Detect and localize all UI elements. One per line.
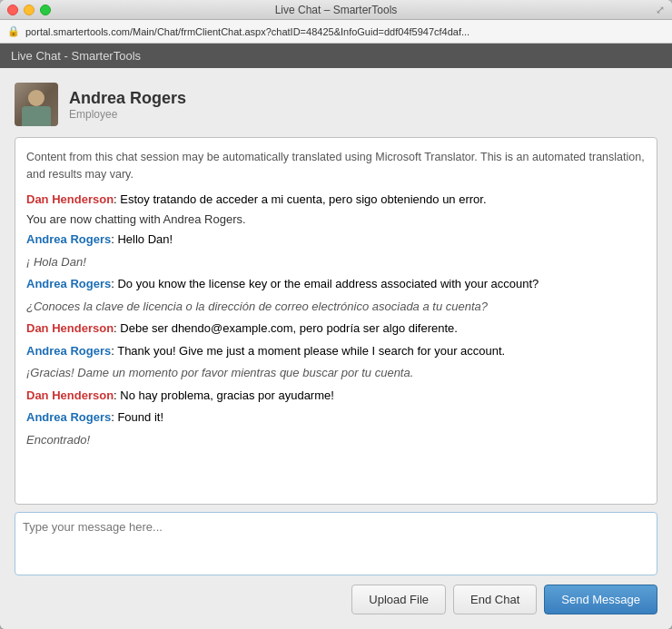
- user-info: Andrea Rogers Employee: [69, 89, 186, 121]
- user-name: Andrea Rogers: [69, 89, 186, 108]
- app-header: Live Chat - SmarterTools: [0, 44, 672, 68]
- page-icon: 🔒: [7, 25, 20, 37]
- msg-text-5: : Thank you! Give me just a moment pleas…: [111, 344, 505, 358]
- app-window: Live Chat – SmarterTools ⤢ 🔒 portal.smar…: [0, 0, 672, 629]
- message-4: Dan Henderson: Debe ser dhendo@example.c…: [26, 319, 646, 338]
- maximize-button[interactable]: [40, 5, 51, 15]
- message-5: Andrea Rogers: Thank you! Give me just a…: [26, 342, 646, 360]
- main-content: Andrea Rogers Employee Content from this…: [0, 68, 672, 629]
- translation-1: ¡ Hola Dan!: [26, 253, 646, 271]
- avatar: [15, 83, 58, 126]
- sender-andrea-4: Andrea Rogers: [26, 410, 111, 424]
- minimize-button[interactable]: [24, 5, 35, 15]
- window-title: Live Chat – SmarterTools: [275, 4, 398, 16]
- user-header: Andrea Rogers Employee: [15, 83, 657, 126]
- message-2: Andrea Rogers: Hello Dan!: [26, 231, 646, 249]
- end-chat-button[interactable]: End Chat: [453, 585, 537, 614]
- close-button[interactable]: [7, 5, 18, 15]
- user-role: Employee: [69, 108, 186, 121]
- msg-text-6: : No hay problema, gracias por ayudarme!: [114, 388, 334, 402]
- person-silhouette: [15, 83, 58, 126]
- translation-3: ¡Gracias! Dame un momento por favor mien…: [26, 364, 646, 382]
- app-header-label: Live Chat - SmarterTools: [11, 49, 141, 63]
- msg-text-2: : Hello Dan!: [111, 232, 173, 246]
- sender-dan-3: Dan Henderson: [26, 388, 114, 402]
- button-row: Upload File End Chat Send Message: [15, 585, 657, 614]
- sender-dan-2: Dan Henderson: [26, 321, 114, 335]
- message-1: Dan Henderson: Estoy tratando de acceder…: [26, 191, 646, 209]
- avatar-image: [15, 83, 58, 126]
- msg-text-7: : Found it!: [111, 410, 163, 424]
- status-1: You are now chatting with Andrea Rogers.: [26, 212, 646, 226]
- message-input[interactable]: [15, 512, 657, 575]
- sender-andrea-1: Andrea Rogers: [26, 232, 111, 246]
- message-7: Andrea Rogers: Found it!: [26, 408, 646, 427]
- person-head: [28, 90, 44, 106]
- msg-text-3: : Do you know the license key or the ema…: [111, 277, 539, 290]
- person-body: [22, 106, 51, 126]
- translation-2: ¿Conoces la clave de licencia o la direc…: [26, 298, 646, 316]
- message-6: Dan Henderson: No hay problema, gracias …: [26, 387, 646, 405]
- system-message: Content from this chat session may be au…: [26, 149, 646, 183]
- msg-text-1: : Estoy tratando de acceder a mi cuenta,…: [114, 192, 486, 206]
- url-text[interactable]: portal.smartertools.com/Main/Chat/frmCli…: [25, 26, 665, 37]
- title-bar: Live Chat – SmarterTools ⤢: [0, 0, 672, 20]
- message-3: Andrea Rogers: Do you know the license k…: [26, 275, 646, 293]
- msg-text-4: : Debe ser dhendo@example.com, pero podr…: [114, 321, 458, 335]
- resize-icon: ⤢: [656, 4, 665, 16]
- chat-container[interactable]: Content from this chat session may be au…: [15, 137, 657, 505]
- traffic-lights: [7, 5, 51, 15]
- sender-dan-1: Dan Henderson: [26, 192, 114, 206]
- sender-andrea-2: Andrea Rogers: [26, 277, 111, 290]
- sender-andrea-3: Andrea Rogers: [26, 344, 111, 358]
- send-message-button[interactable]: Send Message: [544, 585, 657, 614]
- address-bar: 🔒 portal.smartertools.com/Main/Chat/frmC…: [0, 20, 672, 44]
- translation-4: Encontrado!: [26, 431, 646, 449]
- upload-file-button[interactable]: Upload File: [351, 585, 446, 614]
